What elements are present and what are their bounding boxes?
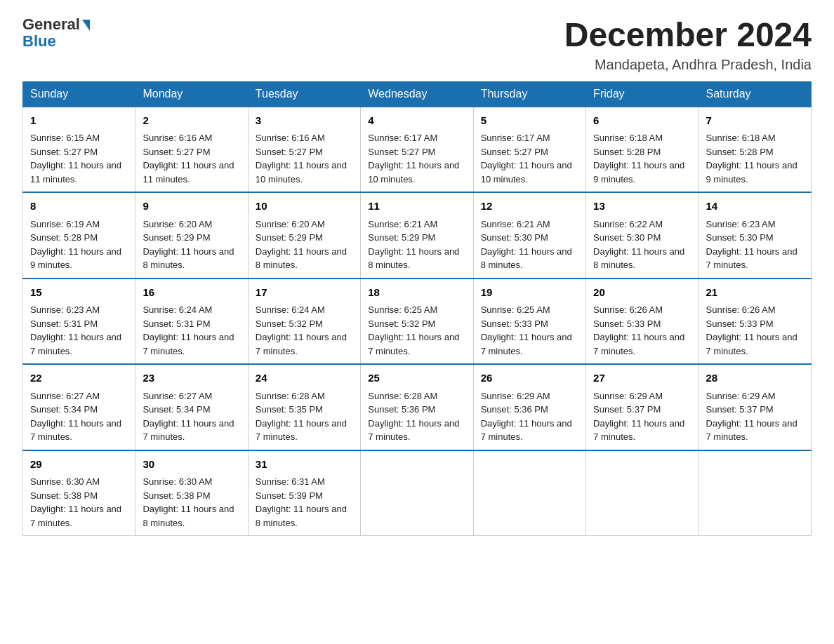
day-number: 27 [593,370,691,387]
calendar-cell: 12Sunrise: 6:21 AMSunset: 5:30 PMDayligh… [473,192,585,279]
week-row-2: 8Sunrise: 6:19 AMSunset: 5:28 PMDaylight… [23,192,812,279]
calendar-cell [699,450,811,536]
day-number: 23 [143,370,240,387]
day-info: Sunrise: 6:26 AMSunset: 5:33 PMDaylight:… [706,303,804,358]
day-number: 11 [368,199,465,215]
calendar-cell: 8Sunrise: 6:19 AMSunset: 5:28 PMDaylight… [23,192,135,279]
day-number: 5 [481,113,578,129]
day-number: 7 [706,113,804,129]
day-number: 6 [593,113,691,129]
col-header-wednesday: Wednesday [361,81,473,107]
day-number: 20 [593,285,691,301]
calendar-cell: 10Sunrise: 6:20 AMSunset: 5:29 PMDayligh… [248,192,360,279]
day-info: Sunrise: 6:19 AMSunset: 5:28 PMDaylight:… [30,217,128,272]
day-number: 9 [143,199,240,215]
calendar-cell: 28Sunrise: 6:29 AMSunset: 5:37 PMDayligh… [699,364,811,450]
week-row-5: 29Sunrise: 6:30 AMSunset: 5:38 PMDayligh… [23,450,812,536]
day-number: 1 [30,113,128,129]
calendar-cell: 20Sunrise: 6:26 AMSunset: 5:33 PMDayligh… [586,279,699,365]
logo: General Blue [22,17,90,51]
calendar-cell: 16Sunrise: 6:24 AMSunset: 5:31 PMDayligh… [135,279,248,365]
day-info: Sunrise: 6:20 AMSunset: 5:29 PMDaylight:… [143,217,240,272]
day-number: 17 [256,285,353,301]
day-info: Sunrise: 6:25 AMSunset: 5:33 PMDaylight:… [481,303,578,358]
day-info: Sunrise: 6:24 AMSunset: 5:32 PMDaylight:… [256,303,353,358]
col-header-sunday: Sunday [23,81,135,107]
day-info: Sunrise: 6:29 AMSunset: 5:37 PMDaylight:… [593,389,691,444]
calendar-cell: 6Sunrise: 6:18 AMSunset: 5:28 PMDaylight… [586,107,699,193]
day-number: 14 [706,199,804,215]
calendar-cell: 23Sunrise: 6:27 AMSunset: 5:34 PMDayligh… [135,364,248,450]
day-number: 12 [481,199,578,215]
day-number: 2 [143,113,240,129]
logo-general: General [22,17,80,32]
day-info: Sunrise: 6:16 AMSunset: 5:27 PMDaylight:… [143,131,240,186]
day-number: 25 [368,370,465,387]
day-info: Sunrise: 6:30 AMSunset: 5:38 PMDaylight:… [143,475,240,530]
col-header-tuesday: Tuesday [248,81,360,107]
day-info: Sunrise: 6:28 AMSunset: 5:35 PMDaylight:… [256,389,353,444]
day-number: 8 [30,199,128,215]
calendar-cell [586,450,699,536]
day-number: 24 [256,370,353,387]
day-info: Sunrise: 6:16 AMSunset: 5:27 PMDaylight:… [256,131,353,186]
week-row-1: 1Sunrise: 6:15 AMSunset: 5:27 PMDaylight… [23,107,812,193]
day-number: 29 [30,457,128,473]
calendar-cell [361,450,473,536]
day-info: Sunrise: 6:28 AMSunset: 5:36 PMDaylight:… [368,389,465,444]
calendar-cell: 27Sunrise: 6:29 AMSunset: 5:37 PMDayligh… [586,364,699,450]
day-number: 10 [256,199,353,215]
calendar-cell: 18Sunrise: 6:25 AMSunset: 5:32 PMDayligh… [361,279,473,365]
day-info: Sunrise: 6:29 AMSunset: 5:37 PMDaylight:… [706,389,804,444]
calendar-cell: 1Sunrise: 6:15 AMSunset: 5:27 PMDaylight… [23,107,135,193]
calendar-cell: 2Sunrise: 6:16 AMSunset: 5:27 PMDaylight… [135,107,248,193]
calendar-cell: 31Sunrise: 6:31 AMSunset: 5:39 PMDayligh… [248,450,360,536]
logo-blue: Blue [22,32,56,51]
calendar-cell: 19Sunrise: 6:25 AMSunset: 5:33 PMDayligh… [473,279,585,365]
day-number: 30 [143,457,240,473]
col-header-saturday: Saturday [699,81,811,107]
day-number: 31 [256,457,353,473]
day-number: 21 [706,285,804,301]
calendar-title: December 2024 [564,17,812,54]
calendar-cell: 5Sunrise: 6:17 AMSunset: 5:27 PMDaylight… [473,107,585,193]
day-info: Sunrise: 6:24 AMSunset: 5:31 PMDaylight:… [143,303,240,358]
day-info: Sunrise: 6:31 AMSunset: 5:39 PMDaylight:… [256,475,353,530]
day-number: 19 [481,285,578,301]
logo-triangle-icon [82,20,90,31]
day-info: Sunrise: 6:18 AMSunset: 5:28 PMDaylight:… [593,131,691,186]
day-info: Sunrise: 6:17 AMSunset: 5:27 PMDaylight:… [481,131,578,186]
calendar-subtitle: Mandapeta, Andhra Pradesh, India [564,57,812,73]
calendar-cell: 15Sunrise: 6:23 AMSunset: 5:31 PMDayligh… [23,279,135,365]
calendar-cell [473,450,585,536]
week-row-3: 15Sunrise: 6:23 AMSunset: 5:31 PMDayligh… [23,279,812,365]
calendar-cell: 22Sunrise: 6:27 AMSunset: 5:34 PMDayligh… [23,364,135,450]
calendar-cell: 30Sunrise: 6:30 AMSunset: 5:38 PMDayligh… [135,450,248,536]
page-header: General Blue December 2024 Mandapeta, An… [22,17,812,73]
day-number: 15 [30,285,128,301]
calendar-cell: 14Sunrise: 6:23 AMSunset: 5:30 PMDayligh… [699,192,811,279]
day-number: 28 [706,370,804,387]
calendar-table: SundayMondayTuesdayWednesdayThursdayFrid… [22,81,812,537]
title-block: December 2024 Mandapeta, Andhra Pradesh,… [564,17,812,73]
day-info: Sunrise: 6:21 AMSunset: 5:30 PMDaylight:… [481,217,578,272]
day-info: Sunrise: 6:29 AMSunset: 5:36 PMDaylight:… [481,389,578,444]
day-info: Sunrise: 6:15 AMSunset: 5:27 PMDaylight:… [30,131,128,186]
day-info: Sunrise: 6:23 AMSunset: 5:31 PMDaylight:… [30,303,128,358]
day-number: 13 [593,199,691,215]
day-info: Sunrise: 6:26 AMSunset: 5:33 PMDaylight:… [593,303,691,358]
day-info: Sunrise: 6:18 AMSunset: 5:28 PMDaylight:… [706,131,804,186]
calendar-cell: 13Sunrise: 6:22 AMSunset: 5:30 PMDayligh… [586,192,699,279]
calendar-cell: 25Sunrise: 6:28 AMSunset: 5:36 PMDayligh… [361,364,473,450]
calendar-cell: 7Sunrise: 6:18 AMSunset: 5:28 PMDaylight… [699,107,811,193]
day-info: Sunrise: 6:27 AMSunset: 5:34 PMDaylight:… [143,389,240,444]
calendar-cell: 4Sunrise: 6:17 AMSunset: 5:27 PMDaylight… [361,107,473,193]
calendar-cell: 21Sunrise: 6:26 AMSunset: 5:33 PMDayligh… [699,279,811,365]
col-header-thursday: Thursday [473,81,585,107]
day-info: Sunrise: 6:17 AMSunset: 5:27 PMDaylight:… [368,131,465,186]
calendar-cell: 3Sunrise: 6:16 AMSunset: 5:27 PMDaylight… [248,107,360,193]
day-info: Sunrise: 6:21 AMSunset: 5:29 PMDaylight:… [368,217,465,272]
day-info: Sunrise: 6:22 AMSunset: 5:30 PMDaylight:… [593,217,691,272]
day-number: 4 [368,113,465,129]
week-row-4: 22Sunrise: 6:27 AMSunset: 5:34 PMDayligh… [23,364,812,450]
